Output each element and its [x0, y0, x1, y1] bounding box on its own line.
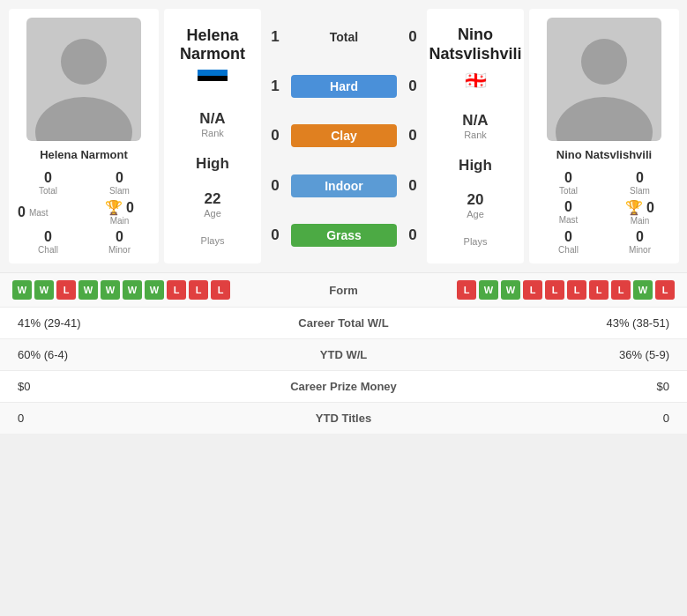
scores-column: 1 Total 0 1 Hard 0 0 Clay 0 0 [266, 9, 422, 263]
form-label: Form [329, 284, 358, 297]
indoor-badge: Indoor [291, 174, 397, 197]
p2-indoor-score: 0 [404, 177, 422, 195]
form-badge: L [167, 280, 186, 300]
grass-badge: Grass [291, 224, 397, 247]
player2-card: Nino Natsvlishvili 0 Total 0 Slam 0 Mast… [529, 9, 679, 263]
stats-p1-value: 41% (29-41) [18, 316, 159, 330]
form-badge: W [633, 280, 653, 300]
form-row: WWLWWWWLLL Form LWWLLLLLWL [0, 272, 687, 307]
stats-row: $0Career Prize Money$0 [0, 370, 687, 402]
stats-p2-value: 36% (5-9) [528, 348, 669, 361]
stats-p2-value: $0 [528, 380, 669, 393]
player2-total: 0 Total [538, 170, 599, 196]
svg-point-2 [581, 39, 627, 85]
form-badge: W [34, 280, 54, 300]
p2-clay-score: 0 [404, 127, 422, 145]
form-badge: L [567, 280, 586, 300]
form-badge: W [501, 280, 520, 300]
form-badge: L [56, 280, 76, 300]
p2-grass-score: 0 [404, 226, 422, 244]
stats-p1-value: 0 [18, 412, 159, 425]
stats-p1-value: $0 [18, 380, 159, 393]
player1-total: 0 Total [18, 170, 78, 196]
player2-header: Nino Natsvlishvili 🇬🇪 [429, 26, 521, 90]
top-section: Helena Narmont 0 Total 0 Slam 0 Mast 🏆 [0, 0, 687, 272]
form-badge: L [211, 280, 230, 300]
form-badge: W [101, 280, 120, 300]
form-badge: W [123, 280, 142, 300]
p2-total-score: 0 [404, 28, 422, 46]
player2-main: 🏆 0 Main [609, 199, 670, 226]
score-row-indoor: 0 Indoor 0 [266, 174, 422, 197]
stats-label: YTD Titles [265, 412, 423, 425]
player2-minor: 0 Minor [609, 229, 670, 255]
player1-stats-box: Helena Narmont N/A Rank High 22 A [164, 9, 261, 263]
player2-name: Nino Natsvlishvili [556, 148, 652, 161]
player1-high-block: High [196, 155, 229, 173]
player2-mast: 0 Mast [538, 199, 599, 226]
player2-flag: 🇬🇪 [465, 70, 487, 91]
stats-rows: 41% (29-41)Career Total W/L43% (38-51)60… [0, 307, 687, 434]
stats-p2-value: 0 [528, 412, 669, 425]
player2-slam: 0 Slam [609, 170, 670, 196]
stats-row: 0YTD Titles0 [0, 402, 687, 434]
player2-chall: 0 Chall [538, 229, 599, 255]
player1-avatar [26, 18, 141, 141]
player1-name: Helena Narmont [40, 148, 128, 161]
score-row-hard: 1 Hard 0 [266, 75, 422, 98]
player2-header-name: Nino Natsvlishvili [429, 26, 521, 63]
form-badge: L [655, 280, 675, 300]
player1-chall: 0 Chall [18, 229, 78, 255]
player2-age-block: 20 Age [467, 191, 484, 219]
player2-stats: 0 Total 0 Slam 0 Mast 🏆 0 Main [538, 170, 670, 255]
player2-stats-box: Nino Natsvlishvili 🇬🇪 N/A Rank High 20 A… [427, 9, 524, 263]
score-row-grass: 0 Grass 0 [266, 224, 422, 247]
player1-trophy-icon: 🏆 [105, 199, 123, 216]
form-badge: L [611, 280, 631, 300]
player1-flag [198, 70, 228, 87]
main-container: Helena Narmont 0 Total 0 Slam 0 Mast 🏆 [0, 0, 687, 434]
p1-grass-score: 0 [266, 226, 284, 244]
player1-main: 🏆 0 Main [89, 199, 150, 226]
form-badge: W [479, 280, 498, 300]
stats-row: 60% (6-4)YTD W/L36% (5-9) [0, 338, 687, 370]
svg-point-3 [556, 97, 653, 141]
score-row-total: 1 Total 0 [266, 26, 422, 48]
player1-mast: 0 Mast [18, 199, 78, 226]
player1-slam: 0 Slam [89, 170, 150, 196]
player1-header-name: Helena Narmont [180, 26, 245, 64]
player1-age-block: 22 Age [204, 190, 221, 219]
player1-header: Helena Narmont [180, 26, 245, 87]
player1-rank-block: N/A Rank [199, 110, 225, 138]
svg-point-0 [61, 39, 107, 85]
player1-card: Helena Narmont 0 Total 0 Slam 0 Mast 🏆 [9, 9, 159, 263]
form-badge: L [457, 280, 476, 300]
stats-label: Career Prize Money [265, 380, 423, 393]
total-badge: Total [291, 26, 397, 48]
player2-trophy-icon: 🏆 [625, 199, 643, 216]
svg-point-1 [35, 97, 132, 141]
form-badge: L [189, 280, 208, 300]
stats-row: 41% (29-41)Career Total W/L43% (38-51) [0, 307, 687, 338]
form-badge: L [523, 280, 542, 300]
p1-indoor-score: 0 [266, 177, 284, 195]
p2-hard-score: 0 [404, 78, 422, 95]
player2-rank-block: N/A Rank [462, 112, 488, 140]
stats-label: Career Total W/L [265, 316, 423, 330]
stats-p2-value: 43% (38-51) [528, 316, 669, 330]
stats-p1-value: 60% (6-4) [18, 348, 159, 361]
player2-avatar [547, 18, 661, 141]
player2-form-badges: LWWLLLLLWL [457, 280, 675, 300]
player1-plays-block: Plays [201, 235, 225, 246]
player2-high-block: High [459, 157, 492, 174]
bottom-section: WWLWWWWLLL Form LWWLLLLLWL 41% (29-41)Ca… [0, 272, 687, 434]
stats-label: YTD W/L [265, 348, 423, 361]
score-row-clay: 0 Clay 0 [266, 124, 422, 147]
player1-minor: 0 Minor [89, 229, 150, 255]
player1-stats: 0 Total 0 Slam 0 Mast 🏆 0 Main [18, 170, 150, 255]
player2-plays-block: Plays [464, 236, 488, 247]
p1-hard-score: 1 [266, 78, 284, 95]
clay-badge: Clay [291, 124, 397, 147]
form-badge: W [145, 280, 164, 300]
form-badge: W [12, 280, 32, 300]
